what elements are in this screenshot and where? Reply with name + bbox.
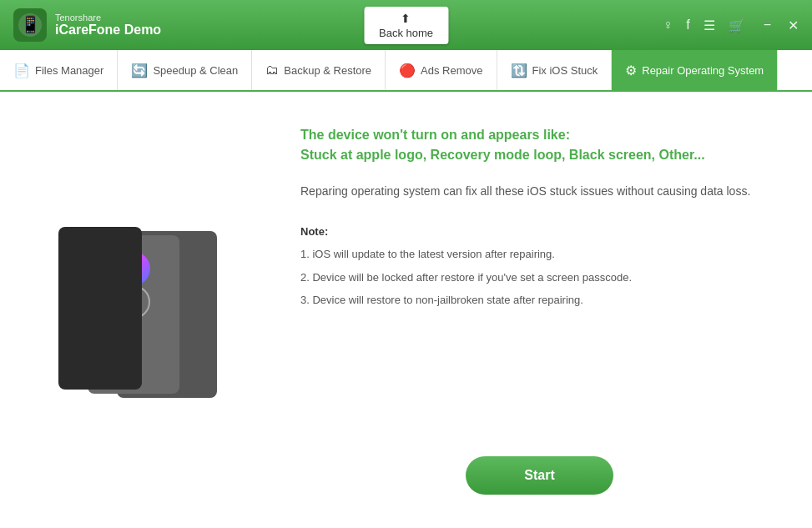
- menu-icon[interactable]: ☰: [699, 14, 720, 37]
- problem-title-line1: The device won't turn on and appears lik…: [300, 125, 779, 145]
- window-controls: − ✕: [757, 14, 812, 37]
- app-name-block: Tenorshare iCareFone Demo: [55, 13, 161, 38]
- nav-tabs: 📄 Files Manager 🔄 Speedup & Clean 🗂 Back…: [0, 50, 812, 92]
- back-home-arrow-icon: ⬆: [401, 12, 411, 25]
- files-manager-icon: 📄: [13, 63, 30, 78]
- tab-backup-label: Backup & Restore: [284, 64, 371, 77]
- logo-area: 📱 Tenorshare iCareFone Demo: [0, 8, 658, 42]
- info-area: The device won't turn on and appears lik…: [284, 92, 812, 528]
- device-front: [58, 227, 142, 390]
- cart-icon[interactable]: 🛒: [724, 14, 750, 37]
- tab-repair-os[interactable]: ⚙ Repair Operating System: [612, 50, 778, 90]
- illustration-area: ♫ ?: [0, 92, 284, 528]
- tab-repair-os-label: Repair Operating System: [642, 64, 764, 77]
- note-label: Note:: [300, 225, 779, 238]
- tab-fix-ios[interactable]: 🔃 Fix iOS Stuck: [497, 50, 613, 90]
- title-bar: 📱 Tenorshare iCareFone Demo ⬆ Back home …: [0, 0, 812, 50]
- minimize-button[interactable]: −: [757, 14, 778, 36]
- main-content: ♫ ? The device won't turn on and appears…: [0, 92, 812, 528]
- product-name: iCareFone Demo: [55, 23, 161, 38]
- tab-ads-remove[interactable]: 🔴 Ads Remove: [386, 50, 497, 90]
- speedup-icon: 🔄: [131, 63, 148, 78]
- notes-section: Note: 1. iOS will update to the latest v…: [300, 225, 779, 315]
- problem-title: The device won't turn on and appears lik…: [300, 125, 779, 165]
- tab-speedup-clean[interactable]: 🔄 Speedup & Clean: [118, 50, 252, 90]
- back-home-button[interactable]: ⬆ Back home: [364, 7, 448, 44]
- svg-text:📱: 📱: [20, 14, 41, 34]
- facebook-icon[interactable]: f: [681, 14, 694, 36]
- tab-files-manager[interactable]: 📄 Files Manager: [0, 50, 118, 90]
- note-item-2: 2. Device will be locked after restore i…: [300, 269, 779, 286]
- tab-fix-ios-label: Fix iOS Stuck: [532, 64, 598, 77]
- close-button[interactable]: ✕: [781, 14, 805, 37]
- ads-icon: 🔴: [399, 63, 416, 78]
- devices-stack: ♫ ?: [50, 214, 234, 406]
- problem-title-line2: Stuck at apple logo, Recovery mode loop,…: [300, 145, 779, 165]
- note-item-1: 1. iOS will update to the latest version…: [300, 246, 779, 263]
- tab-backup-restore[interactable]: 🗂 Backup & Restore: [252, 50, 386, 90]
- brand-name: Tenorshare: [55, 13, 161, 23]
- tab-speedup-label: Speedup & Clean: [153, 64, 238, 77]
- tab-files-manager-label: Files Manager: [35, 64, 103, 77]
- header-icons: ♀ f ☰ 🛒: [658, 14, 756, 37]
- fix-ios-icon: 🔃: [511, 63, 527, 78]
- pin-icon[interactable]: ♀: [658, 14, 678, 36]
- note-item-3: 3. Device will restore to non-jailbroken…: [300, 292, 779, 309]
- backup-icon: 🗂: [265, 63, 279, 78]
- back-home-label: Back home: [379, 27, 433, 39]
- start-button-area: Start: [300, 456, 779, 511]
- app-logo: 📱: [13, 8, 47, 42]
- repair-os-icon: ⚙: [625, 63, 637, 78]
- start-button[interactable]: Start: [466, 456, 613, 495]
- tab-ads-label: Ads Remove: [421, 64, 482, 77]
- description-text: Reparing operating system can fix all th…: [300, 182, 779, 200]
